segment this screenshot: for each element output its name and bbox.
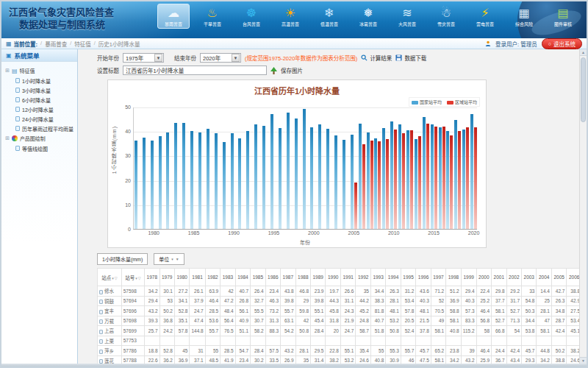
- calc-result-button[interactable]: 计算结果: [361, 54, 392, 62]
- sidebar-item[interactable]: 24小时降水量: [3, 114, 76, 124]
- column-header-year[interactable]: 1994: [386, 269, 401, 286]
- vertical-scrollbar-thumb[interactable]: [581, 57, 586, 122]
- bar-national-1984[interactable]: [182, 123, 185, 229]
- bar-regional-2013[interactable]: [418, 136, 421, 229]
- bar-national-1998[interactable]: [295, 118, 298, 229]
- breadcrumb-item[interactable]: 暴雨普查: [45, 40, 67, 48]
- bar-regional-2005[interactable]: [354, 183, 357, 229]
- data-download-button[interactable]: 数据下载: [395, 54, 426, 62]
- sidebar-item[interactable]: 1小时降水量: [3, 76, 76, 85]
- start-year-select[interactable]: 1975年 ▼: [123, 53, 164, 63]
- column-header-year[interactable]: 1983: [220, 269, 235, 286]
- bar-national-2006[interactable]: [359, 124, 362, 229]
- bar-regional-2016[interactable]: [442, 127, 445, 229]
- bar-national-1994[interactable]: [262, 126, 265, 229]
- column-header-year[interactable]: 1999: [461, 269, 476, 286]
- bar-regional-2014[interactable]: [426, 124, 429, 229]
- bar-national-1985[interactable]: [190, 131, 193, 229]
- bar-national-1990[interactable]: [231, 133, 234, 229]
- column-header-year[interactable]: 1991: [340, 269, 355, 286]
- column-header-year[interactable]: 1993: [370, 269, 385, 286]
- bar-regional-2015[interactable]: [434, 127, 437, 229]
- column-header-year[interactable]: 1995: [401, 269, 415, 286]
- toolbar-item-high-temp[interactable]: ☀高温普查: [274, 4, 306, 29]
- column-header-station[interactable]: 站点▾▽: [98, 269, 122, 286]
- chevron-down-icon[interactable]: ▼: [154, 54, 162, 62]
- column-header-year[interactable]: 1990: [326, 269, 340, 286]
- bar-national-2005[interactable]: [351, 135, 354, 229]
- toolbar-item-composite[interactable]: ▦综合风险: [508, 4, 540, 29]
- sidebar-item[interactable]: 12小时降水量: [3, 105, 76, 114]
- column-header-year[interactable]: 1981: [190, 269, 205, 286]
- breadcrumb-item[interactable]: 历史1小时降水量: [98, 40, 140, 48]
- bar-regional-2007[interactable]: [370, 141, 373, 229]
- toolbar-item-settings[interactable]: ⚙系统设置: [586, 4, 587, 29]
- bar-national-2004[interactable]: [343, 140, 345, 230]
- bar-national-1986[interactable]: [198, 132, 201, 229]
- vertical-scrollbar[interactable]: ▲ ▼: [579, 49, 587, 364]
- save-image-button[interactable]: 保存图片: [281, 66, 303, 74]
- bar-national-1983[interactable]: [174, 123, 177, 229]
- bar-regional-2019[interactable]: [466, 127, 469, 229]
- column-header-year[interactable]: 2001: [492, 269, 506, 286]
- chart-title-input[interactable]: 江西省历年1小时降水量: [123, 66, 267, 75]
- bar-national-1995[interactable]: [270, 114, 273, 229]
- chevron-down-icon[interactable]: ▼: [232, 54, 240, 62]
- station-name-cell[interactable]: 上高: [98, 326, 122, 336]
- station-name-cell[interactable]: 宜丰: [98, 306, 122, 316]
- toolbar-item-wind[interactable]: ≋大风普查: [391, 4, 423, 29]
- bar-regional-2012[interactable]: [410, 130, 413, 229]
- column-header-year[interactable]: 1985: [251, 269, 265, 286]
- bar-national-2016[interactable]: [439, 127, 442, 229]
- toolbar-item-map-review[interactable]: ▤图件审核: [547, 4, 579, 29]
- bar-national-2018[interactable]: [454, 120, 457, 229]
- bar-regional-2020[interactable]: [474, 127, 477, 229]
- scroll-down-arrow[interactable]: ▼: [580, 357, 587, 364]
- column-header-year[interactable]: 1996: [416, 269, 431, 286]
- column-header-year[interactable]: 2006: [567, 269, 579, 286]
- bar-national-1978[interactable]: [135, 141, 137, 229]
- station-name-cell[interactable]: 铜鼓: [98, 296, 122, 306]
- bar-national-2000[interactable]: [310, 127, 313, 229]
- station-name-cell[interactable]: 修水: [98, 286, 122, 297]
- sidebar-group-0[interactable]: ⊞▤特征值: [3, 66, 76, 76]
- unit-indicator-box[interactable]: 1小时降水量(mm): [97, 253, 148, 265]
- column-header-station-id[interactable]: 站号▾▽: [121, 269, 144, 286]
- station-name-cell[interactable]: 莲花: [98, 355, 122, 364]
- sidebar-item[interactable]: 等值线绘图: [3, 144, 76, 153]
- bar-regional-2006[interactable]: [362, 144, 365, 229]
- column-header-year[interactable]: 1987: [281, 269, 295, 286]
- bar-national-2017[interactable]: [446, 131, 449, 229]
- bar-national-1992[interactable]: [246, 131, 249, 229]
- column-header-year[interactable]: 2005: [551, 269, 566, 286]
- bar-national-1988[interactable]: [215, 133, 218, 229]
- column-header-year[interactable]: 1978: [145, 269, 159, 286]
- bar-national-1996[interactable]: [279, 128, 282, 229]
- toolbar-item-rainstorm[interactable]: ☁暴雨普查: [157, 4, 190, 29]
- bar-regional-2018[interactable]: [458, 131, 461, 229]
- column-header-year[interactable]: 1997: [431, 269, 445, 286]
- bar-national-1999[interactable]: [303, 109, 306, 229]
- bar-national-2008[interactable]: [374, 138, 377, 230]
- column-header-year[interactable]: 1989: [311, 269, 326, 286]
- bar-national-2009[interactable]: [382, 128, 385, 229]
- bar-national-2010[interactable]: [390, 121, 393, 229]
- breadcrumb-item[interactable]: 特征值: [74, 40, 91, 48]
- bar-national-1993[interactable]: [254, 124, 257, 229]
- column-header-year[interactable]: 1992: [356, 269, 370, 286]
- bar-regional-2008[interactable]: [378, 141, 381, 229]
- bar-national-2019[interactable]: [462, 130, 465, 229]
- bar-national-2015[interactable]: [431, 124, 434, 229]
- expand-toggle-icon[interactable]: ⊞: [5, 135, 10, 141]
- bar-national-2001[interactable]: [318, 124, 321, 229]
- bar-national-1987[interactable]: [207, 129, 209, 229]
- bar-national-2003[interactable]: [334, 135, 337, 229]
- column-header-year[interactable]: 1979: [159, 269, 174, 286]
- bar-national-2007[interactable]: [367, 132, 370, 229]
- bar-national-1980[interactable]: [151, 141, 154, 229]
- column-header-year[interactable]: 1982: [205, 269, 220, 286]
- toolbar-item-hail[interactable]: ❅冰雹普查: [352, 4, 384, 29]
- sort-icon[interactable]: ▾: [135, 276, 137, 280]
- toolbar-item-drought[interactable]: ♨干旱普查: [196, 4, 229, 29]
- bar-national-2020[interactable]: [470, 114, 473, 229]
